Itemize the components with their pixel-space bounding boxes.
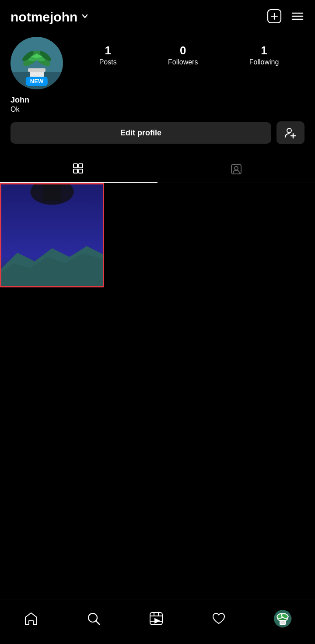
tagged-tab[interactable] [158,156,315,183]
username: notmejohn [10,10,77,25]
stats-row: 1 Posts 0 Followers 1 Following [74,37,304,66]
svg-rect-26 [79,169,83,173]
home-nav-item[interactable] [20,608,42,630]
posts-stat[interactable]: 1 Posts [99,44,117,66]
svg-rect-33 [43,183,61,201]
svg-rect-25 [74,169,77,173]
profile-name: John [10,96,304,105]
reels-nav-item[interactable] [145,608,167,630]
tabs [0,156,315,183]
following-stat[interactable]: 1 Following [249,44,279,66]
bottom-nav [0,599,315,644]
posts-label: Posts [99,58,117,66]
following-count: 1 [261,44,267,57]
svg-rect-36 [150,612,162,625]
hamburger-menu-icon[interactable] [290,9,304,25]
avatar-wrap[interactable]: NEW [10,37,63,89]
svg-line-35 [96,621,99,624]
posts-grid [0,183,315,287]
svg-rect-23 [74,164,77,168]
action-buttons: Edit profile [0,113,315,152]
svg-marker-41 [155,619,159,623]
post-item[interactable] [0,183,104,287]
followers-count: 0 [180,44,186,57]
bio-section: John Ok [0,89,315,113]
svg-rect-24 [79,164,83,168]
profile-bio: Ok [10,106,304,113]
edit-profile-button[interactable]: Edit profile [10,122,271,144]
profile-nav-item[interactable] [270,606,295,631]
following-label: Following [249,58,279,66]
likes-nav-item[interactable] [208,608,230,630]
new-badge: NEW [26,77,48,86]
username-row[interactable]: notmejohn [10,10,89,25]
profile-section: NEW 1 Posts 0 Followers 1 Following [0,30,315,89]
posts-count: 1 [105,44,111,57]
svg-point-20 [287,128,291,133]
nav-avatar [274,610,291,627]
add-post-icon[interactable] [267,9,282,25]
followers-label: Followers [168,58,198,66]
add-friend-button[interactable] [276,121,304,144]
svg-rect-10 [28,68,46,72]
svg-rect-47 [280,620,285,625]
svg-point-28 [234,166,238,170]
header-icons [267,9,304,25]
followers-stat[interactable]: 0 Followers [168,44,198,66]
header: notmejohn [0,0,315,30]
grid-tab[interactable] [0,156,158,183]
chevron-down-icon [81,12,89,22]
search-nav-item[interactable] [83,608,105,630]
